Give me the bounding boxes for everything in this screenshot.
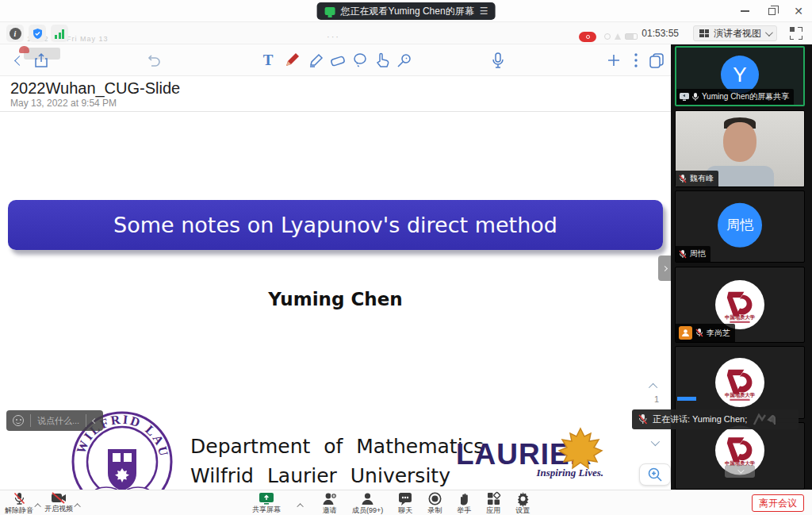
- participants-button[interactable]: 成员(99+): [352, 490, 383, 514]
- laurier-logo: LAURIER Inspiring Lives.: [456, 438, 615, 471]
- university-70-logo: 中国地质大学: [715, 280, 764, 329]
- avatar: 周恺: [718, 202, 762, 247]
- eraser-tool-icon[interactable]: [328, 51, 347, 70]
- raise-hand-button[interactable]: 举手: [457, 490, 471, 514]
- meeting-topbar: 10:52 PM Fri May 13 ··· i 01:53:55 演讲者视图: [0, 22, 812, 44]
- slide-affiliation: Department of Mathematics Wilfrid Laurie…: [190, 432, 484, 490]
- collapse-chat-icon[interactable]: [92, 417, 98, 423]
- cloud-sync-icon: [19, 46, 29, 53]
- slide-author: Yuming Chen: [0, 289, 671, 309]
- mic-muted-icon: [679, 175, 687, 183]
- zoom-in-button[interactable]: [639, 463, 671, 486]
- video-options-icon[interactable]: [76, 490, 81, 511]
- pen-tool-icon[interactable]: [282, 51, 301, 70]
- add-page-icon[interactable]: [604, 51, 623, 70]
- screen-share-icon: [680, 93, 689, 101]
- page-down-icon[interactable]: [651, 435, 657, 449]
- settings-button[interactable]: 设置: [515, 490, 530, 514]
- highlighter-tool-icon[interactable]: [306, 51, 325, 70]
- watching-screen-label: 您正在观看Yuming Chen的屏幕: [341, 5, 474, 18]
- lasso-tool-icon[interactable]: [350, 51, 370, 70]
- raise-hand-icon: [458, 492, 470, 505]
- unmute-button[interactable]: 解除静音: [5, 490, 33, 514]
- chat-icon: [398, 492, 412, 505]
- ipad-status-dots: ···: [327, 32, 340, 41]
- scroll-down-icon[interactable]: [725, 465, 755, 478]
- slide-title-banner: Some notes on Lyapunov's direct method: [8, 200, 663, 250]
- slide-title: Some notes on Lyapunov's direct method: [113, 213, 557, 237]
- close-button[interactable]: ✕: [785, 0, 812, 22]
- laurier-tagline: Inspiring Lives.: [536, 467, 603, 479]
- restore-button[interactable]: [758, 0, 785, 22]
- invite-button[interactable]: 邀请: [322, 490, 337, 514]
- chevron-down-icon: [765, 29, 773, 37]
- participants-icon: [361, 492, 374, 505]
- camera-muted-icon: [51, 492, 67, 504]
- apps-icon: [487, 492, 500, 505]
- university-70-logo: 中国地质大学: [715, 358, 764, 407]
- svg-text:中国地质大学: 中国地质大学: [725, 392, 755, 398]
- window-controls: ✕: [731, 0, 812, 22]
- participant-tile-logo[interactable]: 中国地质大学: [675, 346, 805, 419]
- apps-button[interactable]: 应用: [486, 490, 500, 514]
- window-titlebar: 您正在观看Yuming Chen的屏幕 ☰ ✕: [0, 0, 812, 22]
- share-screen-button[interactable]: 共享屏幕: [252, 490, 281, 513]
- participant-label: 魏有峰: [676, 171, 718, 186]
- dept-line2: Wilfrid Laurier University: [190, 461, 484, 490]
- shield-icon[interactable]: [29, 25, 46, 42]
- dept-line1: Department of Mathematics: [190, 432, 484, 461]
- record-button[interactable]: 录制: [427, 490, 442, 514]
- quick-chat-pill[interactable]: 说点什么...: [6, 410, 103, 431]
- share-options-icon[interactable]: [299, 490, 304, 511]
- pill-menu-icon[interactable]: ☰: [480, 6, 488, 17]
- mic-tool-icon[interactable]: [488, 51, 508, 70]
- chat-placeholder[interactable]: 说点什么...: [37, 415, 79, 427]
- participant-tile-logo[interactable]: 中国地质大学 李尚芝: [675, 267, 805, 343]
- invite-icon: [322, 492, 337, 505]
- mute-options-icon[interactable]: [36, 490, 41, 511]
- more-options-icon[interactable]: [626, 51, 645, 70]
- document-title: 2022Wuhan_CUG-Slide: [10, 79, 180, 98]
- laser-tool-icon[interactable]: [395, 51, 414, 70]
- undo-icon[interactable]: [144, 51, 163, 70]
- participant-tile-video[interactable]: 魏有峰: [675, 110, 805, 187]
- participant-tile-screen-share[interactable]: Y Yuming Chen的屏幕共享: [675, 46, 805, 106]
- gear-icon: [516, 492, 530, 505]
- mic-muted-icon: [638, 414, 647, 425]
- speaker-view-label: 演讲者视图: [714, 27, 761, 40]
- pages-overview-icon[interactable]: [647, 51, 666, 70]
- participant-tile-logo[interactable]: 中国地质大学: [675, 422, 805, 490]
- mic-muted-icon: [13, 492, 26, 505]
- meeting-timer: 01:53:55: [642, 28, 679, 39]
- zoom-meeting-window: 您正在观看Yuming Chen的屏幕 ☰ ✕ 10:52 PM Fri May…: [0, 0, 812, 515]
- speaking-label: 正在讲话: Yuming Chen;: [653, 413, 747, 425]
- pointer-tool-icon[interactable]: [373, 51, 392, 70]
- emoji-icon[interactable]: [13, 415, 24, 426]
- sidebar-collapse-handle[interactable]: [658, 256, 671, 281]
- host-badge-icon: [679, 326, 692, 340]
- mic-on-icon: [692, 93, 699, 102]
- network-icon[interactable]: [51, 25, 68, 42]
- chat-button[interactable]: 聊天: [398, 490, 412, 514]
- speaker-view-button[interactable]: 演讲者视图: [693, 25, 777, 41]
- text-tool-icon[interactable]: T: [259, 51, 278, 70]
- participant-tile-avatar[interactable]: 周恺 周恺: [675, 190, 805, 263]
- active-speaker-bar: 正在讲话: Yuming Chen;: [632, 409, 799, 429]
- export-icon[interactable]: [32, 51, 51, 70]
- participant-label: Yuming Chen的屏幕共享: [676, 89, 794, 105]
- leave-meeting-button[interactable]: 离开会议: [752, 494, 804, 512]
- watching-screen-pill[interactable]: 您正在观看Yuming Chen的屏幕 ☰: [317, 2, 496, 20]
- fullscreen-icon[interactable]: [790, 27, 802, 40]
- document-date: May 13, 2022 at 9:54 PM: [10, 98, 117, 109]
- mic-muted-icon: [679, 250, 687, 259]
- reaction-icons[interactable]: [753, 413, 776, 426]
- view-grid-icon: [699, 29, 710, 38]
- document-header: 2022Wuhan_CUG-Slide May 13, 2022 at 9:54…: [0, 77, 671, 112]
- participant-label: 周恺: [676, 246, 710, 262]
- avatar: Y: [721, 56, 759, 94]
- start-video-button[interactable]: 开启视频: [44, 490, 73, 513]
- page-up-icon[interactable]: [651, 379, 657, 393]
- meeting-info-icon[interactable]: i: [6, 25, 24, 42]
- minimize-button[interactable]: [731, 0, 758, 22]
- meeting-info-group: i: [6, 25, 68, 42]
